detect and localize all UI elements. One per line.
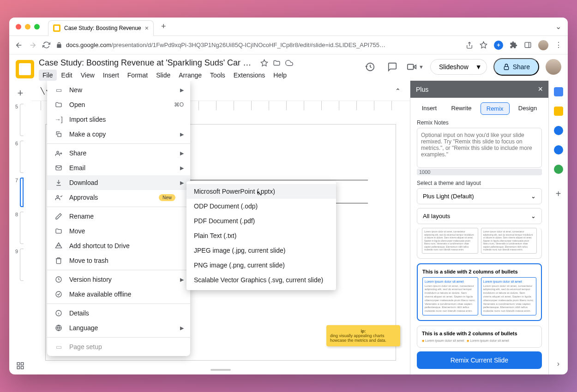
menu-item-email[interactable]: Email▶: [47, 160, 190, 175]
layout-option-selected[interactable]: This is a slide with 2 columns of bullet…: [417, 263, 542, 321]
layout-option-partial[interactable]: Lorem ipsum dolor sit amet, consectetur …: [417, 228, 542, 259]
menu-item-rename[interactable]: Rename: [47, 209, 190, 224]
contacts-icon[interactable]: [554, 145, 563, 154]
move-folder-icon[interactable]: [273, 59, 281, 67]
extensions-icon[interactable]: [510, 41, 517, 49]
keep-icon[interactable]: [554, 107, 563, 116]
select-theme-label: Select a theme and layout: [417, 180, 542, 186]
download-txt[interactable]: Plain Text (.txt): [186, 228, 336, 243]
menu-item-approvals[interactable]: ApprovalsNew: [47, 190, 190, 205]
history-icon[interactable]: [362, 59, 378, 75]
add-addon-icon[interactable]: +: [556, 189, 561, 199]
menu-item-language[interactable]: Language▶: [47, 321, 190, 335]
meet-button[interactable]: ▼: [407, 62, 424, 72]
close-window-icon[interactable]: [16, 24, 21, 30]
cloud-status-icon[interactable]: [285, 59, 293, 67]
sidepanel-icon[interactable]: [524, 41, 532, 49]
menu-tools[interactable]: Tools: [206, 70, 229, 81]
remix-current-slide-button[interactable]: Remix Current Slide: [417, 351, 542, 369]
trash-icon: [54, 257, 63, 264]
download-svg[interactable]: Scalable Vector Graphics (.svg, current …: [186, 273, 336, 287]
menu-insert[interactable]: Insert: [99, 70, 123, 81]
new-tab-button[interactable]: +: [161, 22, 166, 31]
menu-item-details[interactable]: Details: [47, 306, 190, 321]
minimize-window-icon[interactable]: [25, 24, 30, 30]
collapse-toolbar-icon[interactable]: ⌃: [390, 84, 406, 97]
document-title[interactable]: Case Study: Boosting Revenue at 'Sparkli…: [39, 58, 256, 68]
menu-item-copy[interactable]: Make a copy▶: [47, 127, 190, 142]
menu-item-version[interactable]: Version history▶: [47, 272, 190, 287]
close-panel-icon[interactable]: ×: [538, 84, 543, 94]
menu-slide[interactable]: Slide: [152, 70, 174, 81]
slideshow-button[interactable]: Slideshow: [430, 59, 477, 75]
maximize-window-icon[interactable]: [34, 24, 40, 30]
menu-item-shortcut[interactable]: Add shortcut to Drive: [47, 238, 190, 253]
layout-option[interactable]: This is a slide with 2 columns of bullet…: [417, 326, 542, 348]
menu-format[interactable]: Format: [124, 70, 151, 81]
back-button[interactable]: [15, 41, 23, 49]
menu-item-trash[interactable]: Move to trash: [47, 253, 190, 268]
tasks-icon[interactable]: [554, 126, 563, 135]
slide-thumb-selected[interactable]: [20, 178, 24, 207]
star-icon[interactable]: [260, 59, 268, 67]
menu-help[interactable]: Help: [270, 70, 290, 81]
menu-file[interactable]: File: [39, 70, 57, 81]
menu-item-move[interactable]: Move: [47, 224, 190, 238]
share-button[interactable]: Share: [493, 58, 539, 76]
calendar-icon[interactable]: [554, 87, 563, 96]
address-field[interactable]: docs.google.com/presentation/d/1FwPd9xqP…: [56, 42, 460, 48]
chrome-menu-icon[interactable]: ⋮: [555, 41, 562, 49]
tab-insert[interactable]: Insert: [416, 102, 443, 115]
chevron-down-icon: ⌄: [531, 193, 536, 200]
url-host: docs.google.com: [66, 42, 111, 48]
menu-item-share[interactable]: Share▶: [47, 146, 190, 160]
app-header: Case Study: Boosting Revenue at 'Sparkli…: [9, 54, 568, 81]
collapse-rail-icon[interactable]: ›: [557, 360, 559, 368]
menu-extensions[interactable]: Extensions: [230, 70, 269, 81]
reload-button[interactable]: [42, 41, 50, 49]
download-png[interactable]: PNG image (.png, current slide): [186, 258, 336, 273]
slide-thumb[interactable]: [20, 141, 24, 173]
remix-notes-input[interactable]: [417, 128, 542, 168]
bookmark-star-icon[interactable]: [480, 41, 487, 49]
layouts-dropdown[interactable]: All layouts⌄: [417, 208, 542, 224]
browser-tab[interactable]: Case Study: Boosting Revenue ×: [48, 20, 154, 36]
menu-item-page-setup[interactable]: ▭Page setup: [47, 339, 190, 354]
menu-item-open[interactable]: Open⌘O: [47, 97, 190, 112]
extension-badge-icon[interactable]: +: [494, 41, 503, 50]
thumb-index: 7: [15, 178, 18, 183]
tab-rewrite[interactable]: Rewrite: [445, 102, 477, 115]
menu-item-download[interactable]: Download▶: [47, 175, 190, 190]
download-jpg[interactable]: JPEG image (.jpg, current slide): [186, 243, 336, 258]
tab-design[interactable]: Design: [513, 102, 542, 115]
speaker-notes-handle[interactable]: [210, 369, 231, 371]
account-avatar[interactable]: [546, 59, 561, 75]
menu-arrange[interactable]: Arrange: [175, 70, 205, 81]
menu-view[interactable]: View: [77, 70, 98, 81]
slideshow-dropdown[interactable]: ▼: [471, 59, 487, 75]
grid-view-icon[interactable]: [16, 362, 24, 370]
slide-thumb[interactable]: [20, 212, 24, 244]
history-icon: [54, 276, 63, 283]
tabs-overflow-icon[interactable]: ⌄: [555, 22, 561, 31]
comments-icon[interactable]: [385, 59, 400, 75]
new-slide-button[interactable]: +: [13, 86, 27, 100]
menu-item-import[interactable]: →]Import slides: [47, 112, 190, 127]
copy-icon: [54, 131, 63, 138]
slides-logo-icon[interactable]: [16, 60, 34, 78]
download-odp[interactable]: ODP Document (.odp): [186, 199, 336, 214]
url-bar: docs.google.com/presentation/d/1FwPd9xqP…: [9, 36, 568, 54]
share-url-icon[interactable]: [466, 42, 473, 49]
slide-thumb[interactable]: [20, 249, 24, 281]
theme-dropdown[interactable]: Plus Light (Default)⌄: [417, 188, 542, 204]
tab-remix[interactable]: Remix: [481, 102, 510, 115]
close-tab-icon[interactable]: ×: [145, 24, 149, 32]
maps-icon[interactable]: [554, 165, 563, 174]
profile-avatar-small[interactable]: [538, 40, 548, 50]
sticky-note[interactable]: ip: ding visually appealing charts howca…: [326, 325, 400, 346]
slide-thumb[interactable]: [20, 104, 24, 136]
menu-edit[interactable]: Edit: [58, 70, 76, 81]
menu-item-new[interactable]: ▭New▶: [47, 83, 190, 97]
menu-item-offline[interactable]: Make available offline: [47, 287, 190, 302]
download-pdf[interactable]: PDF Document (.pdf): [186, 214, 336, 228]
